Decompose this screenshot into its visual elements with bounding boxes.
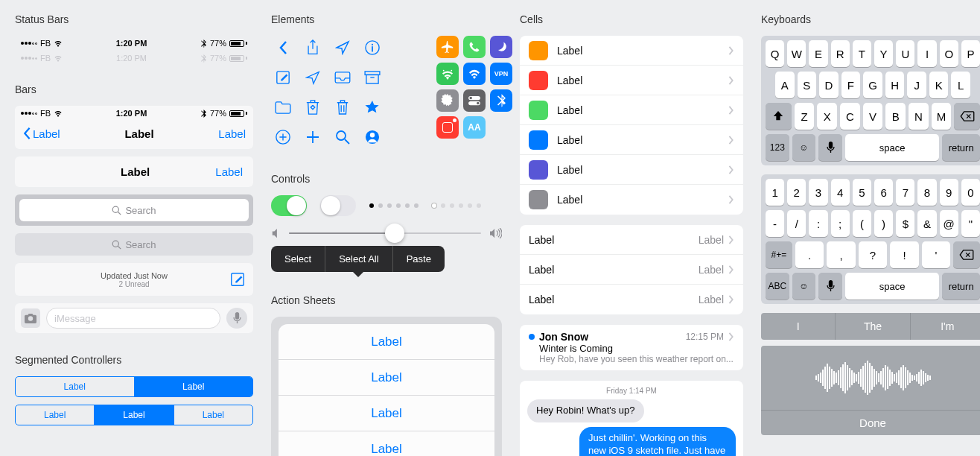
key-k[interactable]: K (929, 72, 949, 98)
star-icon[interactable] (360, 95, 384, 119)
text-size-icon[interactable]: AA (463, 116, 486, 139)
key-t[interactable]: T (853, 40, 871, 67)
key-m[interactable]: M (932, 103, 952, 130)
key-d[interactable]: D (819, 72, 839, 98)
key-q[interactable]: Q (766, 40, 784, 67)
key-u[interactable]: U (896, 40, 914, 67)
notifications-icon[interactable] (436, 116, 459, 139)
menu-paste[interactable]: Paste (393, 246, 445, 272)
backspace-key[interactable] (954, 103, 980, 130)
key-c[interactable]: C (840, 103, 860, 130)
key-f[interactable]: F (841, 72, 861, 98)
key-l[interactable]: L (951, 72, 970, 98)
suggestion[interactable]: I'm (911, 313, 980, 340)
key-7[interactable]: 7 (896, 179, 914, 206)
emoji-key[interactable]: ☺ (792, 134, 816, 161)
bar-action-button[interactable]: Label (215, 165, 243, 178)
camera-button[interactable] (21, 308, 40, 328)
page-control-dark[interactable] (369, 203, 419, 208)
compose-button[interactable] (229, 271, 246, 288)
key-&[interactable]: & (917, 210, 936, 237)
key-i[interactable]: I (917, 40, 936, 67)
vpn-icon[interactable]: VPN (490, 63, 512, 85)
action-sheet-option[interactable]: Label (279, 360, 494, 396)
message-input[interactable]: iMessage (46, 308, 220, 329)
key-g[interactable]: G (863, 72, 882, 98)
numbers-key[interactable]: 123 (766, 134, 789, 161)
volume-slider[interactable] (289, 232, 481, 234)
return-key[interactable]: return (942, 273, 980, 300)
archive-icon[interactable] (360, 66, 384, 89)
do-not-disturb-icon[interactable] (490, 36, 512, 58)
plus-icon[interactable] (301, 125, 325, 149)
segment-active[interactable]: Label (135, 377, 253, 396)
key-$[interactable]: $ (896, 210, 914, 237)
key-w[interactable]: W (787, 40, 806, 67)
dictation-key[interactable] (818, 273, 842, 300)
search-icon[interactable] (331, 125, 354, 149)
bluetooth-settings-icon[interactable] (490, 89, 512, 112)
search-bar-prominent[interactable]: Search (15, 194, 253, 226)
key-e[interactable]: E (809, 40, 827, 67)
send-icon[interactable] (301, 66, 325, 89)
table-cell[interactable]: Label (520, 66, 743, 95)
page-control-light[interactable] (432, 203, 481, 208)
key-4[interactable]: 4 (831, 179, 850, 206)
inbox-icon[interactable] (331, 66, 354, 89)
wifi-settings-icon[interactable] (463, 63, 486, 85)
key-9[interactable]: 9 (940, 179, 958, 206)
key-@[interactable]: @ (940, 210, 958, 237)
key-3[interactable]: 3 (809, 179, 827, 206)
cellular-icon[interactable] (436, 63, 459, 85)
key-;[interactable]: ; (831, 210, 850, 237)
menu-select-all[interactable]: Select All (325, 246, 392, 272)
key-j[interactable]: J (907, 72, 926, 98)
shift-key[interactable] (766, 103, 792, 130)
key-0[interactable]: 0 (961, 179, 980, 206)
segment[interactable]: Label (174, 405, 252, 425)
symbols-key[interactable]: #+= (766, 241, 792, 268)
key[interactable]: ' (922, 241, 951, 268)
compose-icon[interactable] (271, 66, 295, 89)
switches-icon[interactable] (463, 89, 486, 112)
key-r[interactable]: R (831, 40, 850, 67)
trash-icon[interactable] (331, 95, 354, 119)
key-1[interactable]: 1 (766, 179, 784, 206)
abc-key[interactable]: ABC (766, 273, 789, 300)
key-)[interactable]: ) (874, 210, 893, 237)
key-p[interactable]: P (961, 40, 980, 67)
folder-icon[interactable] (271, 95, 295, 119)
profile-icon[interactable] (360, 125, 384, 149)
dictation-key[interactable] (818, 134, 842, 161)
mail-cell[interactable]: Jon Snow 12:15 PM Winter is Coming Hey R… (520, 325, 743, 370)
key-o[interactable]: O (940, 40, 958, 67)
suggestion[interactable]: The (836, 313, 910, 340)
nav-right-button[interactable]: Label (218, 127, 246, 140)
switch-on[interactable] (271, 195, 307, 216)
table-cell[interactable]: Label Label (520, 285, 743, 314)
info-icon[interactable] (360, 36, 384, 60)
key-n[interactable]: N (909, 103, 929, 130)
settings-gear-icon[interactable] (436, 89, 459, 112)
key-8[interactable]: 8 (917, 179, 936, 206)
back-icon[interactable] (271, 36, 295, 60)
key[interactable]: ? (859, 241, 888, 268)
add-circle-icon[interactable] (271, 125, 295, 149)
action-sheet-option[interactable]: Label (279, 431, 494, 456)
return-key[interactable]: return (942, 134, 980, 161)
action-sheet-option[interactable]: Label (279, 396, 494, 431)
mic-button[interactable] (226, 308, 247, 329)
table-cell[interactable]: Label (520, 95, 743, 125)
segment[interactable]: Label (16, 405, 95, 425)
backspace-key[interactable] (953, 241, 980, 268)
table-cell[interactable]: Label (520, 155, 743, 185)
airplane-mode-icon[interactable] (436, 36, 459, 58)
key-s[interactable]: S (798, 72, 817, 98)
key-/[interactable]: / (787, 210, 806, 237)
key-x[interactable]: X (817, 103, 837, 130)
switch-off[interactable] (320, 195, 356, 216)
location-arrow-icon[interactable] (331, 36, 354, 60)
key-a[interactable]: A (775, 72, 795, 98)
key-2[interactable]: 2 (787, 179, 806, 206)
emoji-key[interactable]: ☺ (792, 273, 816, 300)
